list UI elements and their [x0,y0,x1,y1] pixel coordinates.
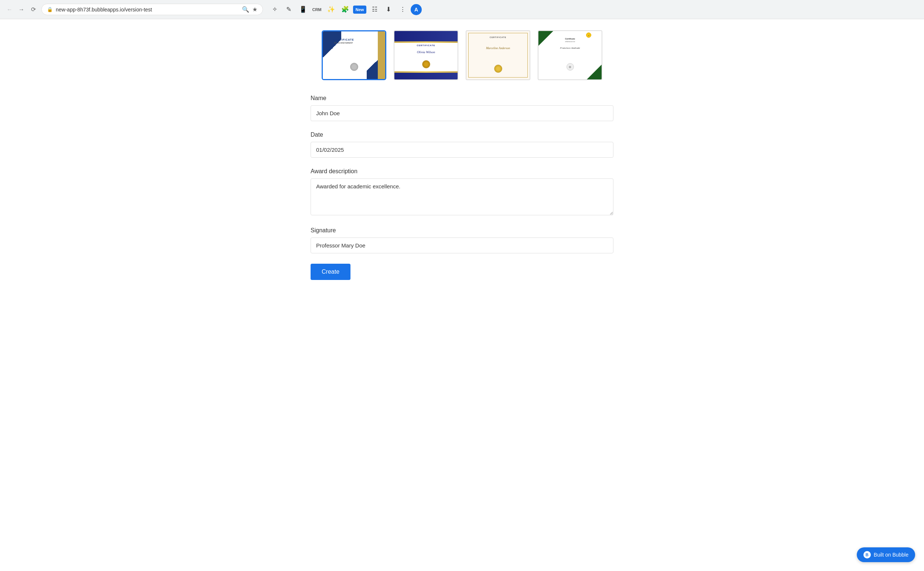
date-label: Date [311,131,613,138]
mobile-icon[interactable]: 📱 [297,4,309,15]
edit-icon[interactable]: ✎ [283,4,295,15]
date-input[interactable] [311,142,613,158]
lock-icon: 🔒 [47,7,53,12]
template-card-2[interactable]: CERTIFICATE Olivia Wilson [394,30,458,80]
signature-input[interactable] [311,238,613,253]
award-label: Award description [311,168,613,175]
main-content: CERTIFICATE OF ACHIEVEMENT CERTIFICATE O… [303,19,621,302]
toolbar-icons: ✧ ✎ 📱 CRM ✨ 🧩 New ☷ ⬇ ⋮ A [269,4,422,15]
reload-button[interactable]: ⟳ [28,5,39,15]
sparkle-icon[interactable]: ✨ [325,4,337,15]
url-input[interactable] [56,7,239,12]
extensions-icon[interactable]: ✧ [269,4,281,15]
cert-preview-1: CERTIFICATE OF ACHIEVEMENT [323,31,385,79]
cert-preview-4: ✓ Certificate of Achievement Francisco A… [538,31,602,79]
name-input[interactable] [311,105,613,121]
form-section: Name Date Award description Signature Cr… [303,95,621,280]
search-icon[interactable]: 🔍 [242,6,249,13]
cert-preview-3: CERTIFICATE Marceline Anderson [466,31,529,79]
download-icon[interactable]: ⬇ [383,4,395,15]
puzzle-icon[interactable]: 🧩 [339,4,351,15]
avatar[interactable]: A [411,4,422,15]
date-group: Date [311,131,613,158]
grid-icon[interactable]: ☷ [369,4,380,15]
back-button[interactable]: ← [5,5,15,15]
crm-icon[interactable]: CRM [311,4,323,15]
bookmark-icon[interactable]: ★ [252,6,258,13]
browser-chrome: ← → ⟳ 🔒 🔍 ★ ✧ ✎ 📱 CRM ✨ 🧩 New ☷ ⬇ ⋮ A [0,0,924,19]
cert-preview-2: CERTIFICATE Olivia Wilson [395,31,458,79]
name-group: Name [311,95,613,121]
create-button[interactable]: Create [311,264,350,280]
name-label: Name [311,95,613,102]
cert1-title-text: CERTIFICATE OF ACHIEVEMENT [333,38,354,44]
new-badge-icon[interactable]: New [353,6,366,14]
signature-label: Signature [311,227,613,234]
award-group: Award description [311,168,613,217]
nav-buttons: ← → ⟳ [5,5,39,15]
signature-group: Signature [311,227,613,253]
award-textarea[interactable] [311,178,613,215]
address-bar[interactable]: 🔒 🔍 ★ [42,4,263,15]
forward-button[interactable]: → [16,5,26,15]
templates-row: CERTIFICATE OF ACHIEVEMENT CERTIFICATE O… [303,30,621,80]
template-card-1[interactable]: CERTIFICATE OF ACHIEVEMENT [322,30,386,80]
template-card-4[interactable]: ✓ Certificate of Achievement Francisco A… [538,30,602,80]
template-card-3[interactable]: CERTIFICATE Marceline Anderson [466,30,530,80]
more-icon[interactable]: ⋮ [396,4,409,15]
